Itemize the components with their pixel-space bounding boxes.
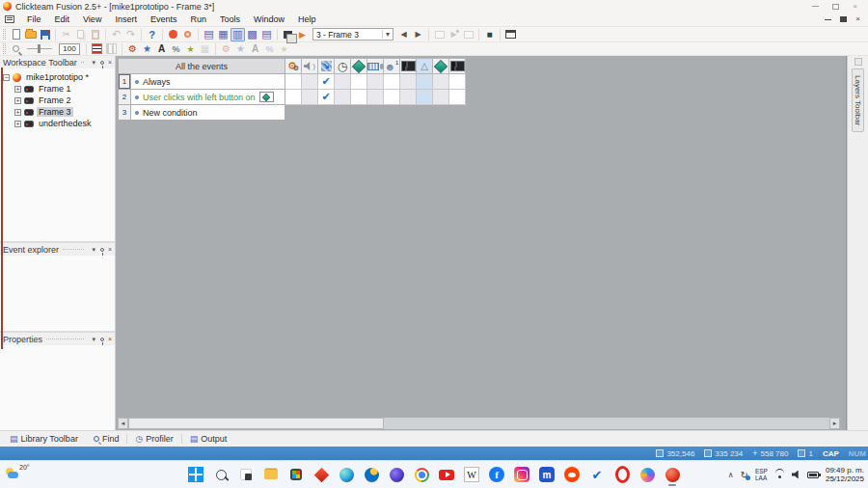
close-icon[interactable]: ×: [853, 3, 857, 11]
tree-item-frame-1[interactable]: + Frame 1: [14, 83, 115, 95]
event-number[interactable]: 3: [118, 105, 131, 121]
run-application-button[interactable]: ▶: [295, 28, 310, 41]
tab-find[interactable]: Find: [86, 431, 127, 447]
opera-icon[interactable]: [614, 467, 630, 482]
copilot-icon[interactable]: [639, 467, 655, 482]
frame-selector-dropdown-icon[interactable]: ▾: [382, 30, 390, 39]
event-column-mouse-keyboard-icon[interactable]: [367, 58, 384, 74]
horizontal-scrollbar[interactable]: ◂ ▸: [118, 418, 840, 429]
event-explorer-dropdown-icon[interactable]: ▾: [92, 246, 95, 254]
event-cell[interactable]: [335, 90, 351, 105]
tree-root-label[interactable]: mike1prototipo *: [24, 72, 91, 82]
facebook-icon[interactable]: f: [489, 467, 504, 482]
workspace-pin-icon[interactable]: [100, 61, 104, 65]
menu-events[interactable]: Events: [144, 14, 184, 25]
event-cell[interactable]: [417, 74, 433, 90]
event-cell[interactable]: [417, 90, 433, 105]
tree-item-label[interactable]: Frame 1: [37, 84, 73, 94]
frame-editor-button[interactable]: ▦: [216, 28, 231, 41]
event-column-backdrop-b-icon[interactable]: [449, 58, 466, 74]
show-text-button[interactable]: A: [154, 42, 169, 56]
tab-output[interactable]: ▤ Output: [182, 431, 235, 447]
insert-object-button[interactable]: ★: [183, 42, 198, 56]
menu-window[interactable]: Window: [247, 14, 291, 25]
event-cell[interactable]: [384, 90, 400, 105]
tab-library-toolbar[interactable]: ▤ Library Toolbar: [2, 431, 86, 447]
zoom-value-input[interactable]: 100: [59, 43, 80, 55]
menu-help[interactable]: Help: [291, 14, 323, 25]
scroll-left-icon[interactable]: ◂: [118, 418, 128, 429]
back-button[interactable]: [166, 28, 180, 41]
child-close-icon[interactable]: ×: [855, 15, 860, 23]
volume-icon[interactable]: [792, 471, 800, 479]
event-cell[interactable]: [302, 74, 318, 90]
properties-dropdown-icon[interactable]: ▾: [92, 336, 95, 343]
restore-icon[interactable]: [832, 4, 839, 10]
workspace-close-icon[interactable]: ×: [108, 59, 112, 66]
save-button[interactable]: [38, 28, 52, 41]
all-events-header[interactable]: All the events: [118, 58, 285, 74]
start-icon[interactable]: [188, 467, 203, 482]
collapse-icon[interactable]: −: [3, 74, 10, 81]
event-column-timer-icon[interactable]: [335, 58, 351, 74]
dock-button[interactable]: [854, 58, 862, 66]
event-cell[interactable]: [400, 74, 417, 90]
event-column-sound-icon[interactable]: [302, 58, 318, 74]
event-cell[interactable]: [367, 90, 384, 105]
storyboard-editor-button[interactable]: ▤: [202, 28, 216, 41]
fusion-diamond-icon[interactable]: [313, 467, 329, 482]
mega-icon[interactable]: m: [539, 467, 555, 482]
fusion-active-icon[interactable]: [665, 467, 680, 482]
new-condition-cell[interactable]: New condition: [131, 105, 285, 121]
menu-file[interactable]: File: [20, 14, 48, 25]
event-cell[interactable]: [302, 90, 318, 105]
event-explorer-close-icon[interactable]: ×: [108, 246, 112, 253]
update-icon[interactable]: ↻: [741, 470, 748, 480]
layers-toolbar-tab[interactable]: Layers Toolbar: [852, 68, 864, 132]
tree-item-frame-2[interactable]: + Frame 2: [14, 95, 115, 106]
tree-item-label[interactable]: underthedesk: [37, 119, 94, 128]
previous-frame-button[interactable]: ◀: [396, 28, 411, 41]
hidden-icons-chevron[interactable]: ∧: [728, 471, 734, 479]
show-special-button[interactable]: ⚙: [125, 42, 140, 56]
help-button[interactable]: ?: [145, 28, 159, 41]
event-number[interactable]: 2: [118, 90, 131, 105]
expand-icon[interactable]: +: [14, 109, 21, 116]
language-indicator[interactable]: ESP LAA: [755, 468, 768, 481]
event-column-active-object-icon[interactable]: [433, 58, 449, 74]
wikipedia-icon[interactable]: W: [464, 467, 479, 482]
active-object-icon[interactable]: [259, 92, 274, 102]
scrollbar-thumb[interactable]: [128, 418, 384, 429]
event-column-storyboard-controls-icon[interactable]: [318, 58, 335, 74]
firefox-icon[interactable]: [389, 467, 404, 482]
properties-pin-icon[interactable]: [100, 338, 104, 341]
youtube-icon[interactable]: [439, 467, 454, 482]
minimize-icon[interactable]: [812, 6, 819, 7]
event-condition[interactable]: Always: [131, 74, 285, 90]
event-cell[interactable]: ✔: [318, 74, 335, 90]
zoom-icon[interactable]: [9, 42, 23, 56]
zoom-slider[interactable]: [27, 48, 52, 49]
explorer-icon[interactable]: [263, 467, 279, 482]
event-cell[interactable]: [367, 74, 384, 90]
event-column-special-conditions-icon[interactable]: [285, 58, 302, 74]
event-cell[interactable]: [285, 90, 302, 105]
chrome-icon[interactable]: [414, 467, 429, 482]
tree-item-frame-3[interactable]: + Frame 3: [14, 106, 115, 118]
wifi-icon[interactable]: [774, 471, 785, 478]
event-column-create-new-objects-icon[interactable]: [351, 58, 367, 74]
event-cell[interactable]: [351, 90, 367, 105]
properties-close-icon[interactable]: ×: [108, 336, 112, 342]
event-list-toggle-button[interactable]: [90, 42, 104, 56]
open-button[interactable]: [23, 28, 38, 41]
event-cell[interactable]: [449, 90, 466, 105]
mdi-child-icon[interactable]: [5, 15, 14, 23]
clock-widget[interactable]: 09:49 p. m. 25/12/2025: [826, 466, 864, 483]
show-objects-button[interactable]: ★: [140, 42, 154, 56]
next-frame-button[interactable]: ▶: [411, 28, 425, 41]
event-cell[interactable]: ✔: [318, 90, 335, 105]
bing-icon[interactable]: [364, 467, 379, 482]
menu-tools[interactable]: Tools: [213, 14, 247, 25]
expand-icon[interactable]: +: [14, 121, 21, 127]
event-editor-button[interactable]: ▥: [231, 28, 245, 41]
